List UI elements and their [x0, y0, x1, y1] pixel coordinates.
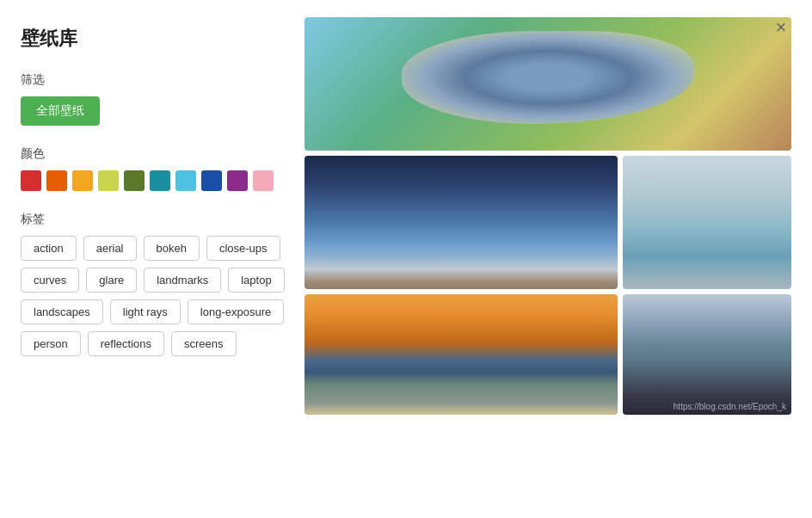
- tag-landscapes[interactable]: landscapes: [21, 299, 103, 324]
- tag-screens[interactable]: screens: [171, 331, 237, 356]
- page-title: 壁纸库: [21, 26, 287, 52]
- bird-placeholder: [304, 17, 791, 151]
- image-lake[interactable]: [304, 156, 618, 289]
- image-city[interactable]: https://blog.csdn.net/Epoch_k: [623, 294, 791, 415]
- tag-curves[interactable]: curves: [21, 268, 79, 293]
- tag-action[interactable]: action: [21, 236, 77, 261]
- tags-container: actionaerialbokehclose-upscurvesglarelan…: [21, 236, 287, 356]
- color-swatch-7[interactable]: [201, 170, 222, 191]
- tag-aerial[interactable]: aerial: [83, 236, 137, 261]
- tag-light-rays[interactable]: light rays: [110, 299, 181, 324]
- close-button[interactable]: ×: [767, 14, 795, 41]
- filter-label: 筛选: [21, 72, 287, 88]
- color-swatch-2[interactable]: [72, 170, 93, 191]
- tag-glare[interactable]: glare: [86, 268, 137, 293]
- lake-placeholder: [304, 156, 618, 289]
- all-wallpaper-button[interactable]: 全部壁纸: [21, 96, 100, 126]
- tag-landmarks[interactable]: landmarks: [144, 268, 221, 293]
- color-swatch-3[interactable]: [98, 170, 119, 191]
- main-container: 壁纸库 筛选 全部壁纸 颜色 标签 actionaerialbokehclose…: [0, 0, 812, 518]
- image-row-1: [304, 17, 791, 151]
- cloud-placeholder: [623, 156, 791, 289]
- color-swatch-5[interactable]: [150, 170, 170, 191]
- tag-long-exposure[interactable]: long-exposure: [188, 299, 284, 324]
- image-beach[interactable]: [304, 294, 618, 415]
- tag-person[interactable]: person: [21, 331, 81, 356]
- beach-placeholder: [304, 294, 618, 415]
- image-bird[interactable]: [304, 17, 791, 151]
- left-panel: 壁纸库 筛选 全部壁纸 颜色 标签 actionaerialbokehclose…: [21, 17, 287, 501]
- color-label: 颜色: [21, 146, 287, 162]
- image-row-2: [304, 156, 791, 289]
- color-swatch-8[interactable]: [227, 170, 248, 191]
- tag-reflections[interactable]: reflections: [88, 331, 164, 356]
- color-swatch-1[interactable]: [46, 170, 67, 191]
- color-swatches: [21, 170, 287, 191]
- tags-label: 标签: [21, 212, 287, 227]
- image-cloud[interactable]: [623, 156, 791, 289]
- tag-close-ups[interactable]: close-ups: [206, 236, 280, 261]
- right-panel: https://blog.csdn.net/Epoch_k: [304, 17, 791, 501]
- color-swatch-4[interactable]: [124, 170, 145, 191]
- color-swatch-6[interactable]: [175, 170, 196, 191]
- tag-bokeh[interactable]: bokeh: [144, 236, 200, 261]
- color-swatch-9[interactable]: [253, 170, 274, 191]
- image-row-3: https://blog.csdn.net/Epoch_k: [304, 294, 791, 415]
- city-placeholder: [623, 294, 791, 415]
- watermark: https://blog.csdn.net/Epoch_k: [674, 402, 786, 411]
- tag-laptop[interactable]: laptop: [228, 268, 284, 293]
- color-swatch-0[interactable]: [21, 170, 41, 191]
